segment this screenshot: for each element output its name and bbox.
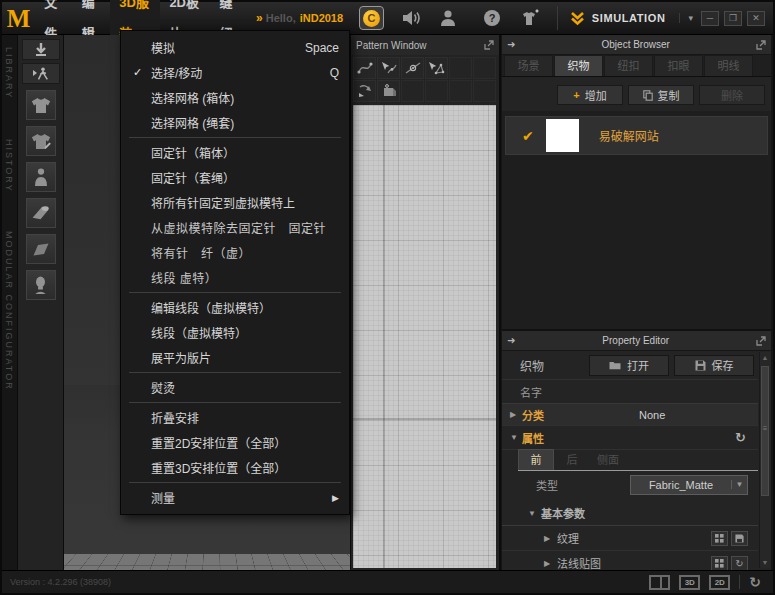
library-item-garment-2[interactable]: [26, 126, 56, 156]
tab-modular-configurator[interactable]: MODULAR CONFIGURATOR: [4, 231, 14, 391]
head-bust-icon: [33, 276, 48, 294]
greeting-chevrons: »: [256, 11, 263, 25]
tool-edit-curve-point[interactable]: [377, 57, 400, 79]
menu-item-select-mesh-box[interactable]: 选择网格 (箱体): [121, 85, 349, 110]
avatar-pose-button[interactable]: [22, 63, 60, 84]
library-item-avatar[interactable]: [26, 162, 56, 192]
popout-icon[interactable]: [756, 40, 766, 50]
properties-row[interactable]: ▼ 属性 ↻: [502, 426, 758, 450]
tool-edit-pattern[interactable]: [425, 57, 448, 79]
collapse-arrow-icon[interactable]: ▼: [510, 433, 522, 442]
open-button[interactable]: 打开: [589, 355, 669, 376]
username: iND2018: [300, 12, 343, 24]
texture-row[interactable]: ▶ 纹理: [502, 526, 758, 551]
category-row[interactable]: ▶ 分类 None: [502, 404, 758, 426]
tool-show-pattern[interactable]: [377, 80, 400, 102]
delete-button[interactable]: 删除: [699, 85, 765, 105]
library-item-garment[interactable]: [26, 90, 56, 120]
menu-item-pins-garbled[interactable]: 将有针 纤（虚）: [121, 240, 349, 265]
texture-save-button[interactable]: [731, 531, 748, 546]
simulation-dropdown-caret[interactable]: ▾: [679, 13, 701, 23]
property-scrollbar[interactable]: ▲ ≡ ▼: [759, 352, 770, 568]
menu-separator: [129, 402, 341, 403]
library-item-fabric-roll[interactable]: [26, 198, 56, 228]
menu-item-pin-lasso[interactable]: 固定针（套绳）: [121, 165, 349, 190]
collapse-arrow-icon[interactable]: ▼: [528, 509, 541, 518]
name-input[interactable]: [582, 384, 748, 400]
property-editor: ➜ Property Editor 织物 打开: [502, 329, 771, 570]
pattern-grid[interactable]: [353, 105, 496, 568]
save-button[interactable]: 保存: [674, 355, 754, 376]
simulation-control[interactable]: SIMULATION: [557, 6, 666, 30]
menu-item-pin-all-to-avatar[interactable]: 将所有针固定到虚拟模特上: [121, 190, 349, 215]
panel-arrow-icon[interactable]: ➜: [507, 335, 515, 346]
tab-scene[interactable]: 场景: [504, 55, 553, 76]
menu-item-measure[interactable]: 测量 ▶: [121, 485, 349, 510]
menu-item-edit-segment-avatar[interactable]: 编辑线段（虚拟模特）: [121, 295, 349, 320]
menu-item-iron[interactable]: 熨烫: [121, 375, 349, 400]
menu-item-remove-pins-from-avatar[interactable]: 从虚拟模特除去固定针 固定针: [121, 215, 349, 240]
refresh-icon[interactable]: ↻: [749, 574, 761, 590]
menu-item-segment-garbled[interactable]: 线段 虚特）: [121, 265, 349, 290]
expand-arrow-icon[interactable]: ▶: [544, 534, 557, 543]
menu-item-select-move[interactable]: ✓ 选择/移动Q: [121, 60, 349, 85]
cursor-curve-icon: [381, 61, 397, 75]
panel-arrow-icon[interactable]: ➜: [507, 39, 515, 50]
normal-map-label: 法线贴图: [557, 555, 711, 571]
scroll-down-icon[interactable]: ▼: [760, 559, 770, 566]
basic-params-row[interactable]: ▼ 基本参数: [502, 501, 758, 526]
object-browser-header: ➜ Object Browser: [502, 35, 771, 55]
menu-item-flatten-to-pattern[interactable]: 展平为版片: [121, 345, 349, 370]
menu-item-fold-arrangement[interactable]: 折叠安排: [121, 405, 349, 430]
coin-button[interactable]: C: [359, 6, 384, 30]
surface-tab-front[interactable]: 前: [518, 449, 554, 470]
library-item-fabric-fold[interactable]: [26, 234, 56, 264]
tool-add-point[interactable]: [401, 57, 424, 79]
menu-item-select-mesh-lasso[interactable]: 选择网格 (绳套): [121, 110, 349, 135]
tool-transform[interactable]: [353, 80, 376, 102]
tab-fabric[interactable]: 织物: [554, 55, 603, 76]
normal-map-grid-button[interactable]: [711, 556, 728, 571]
menu-item-simulate[interactable]: 模拟Space: [121, 35, 349, 60]
expand-arrow-icon[interactable]: ▶: [544, 559, 557, 568]
split-view-button[interactable]: [649, 575, 670, 590]
account-button[interactable]: [439, 6, 457, 30]
close-button[interactable]: ✕: [747, 11, 765, 26]
add-avatar-button[interactable]: [519, 6, 541, 30]
menu-item-pin-box[interactable]: 固定针（箱体）: [121, 140, 349, 165]
add-button[interactable]: + 增加: [557, 85, 623, 105]
fabric-list-item[interactable]: ✔ 易破解网站: [505, 116, 768, 155]
tab-library[interactable]: LIBRARY: [4, 47, 14, 99]
refresh-icon[interactable]: ↻: [735, 430, 746, 445]
copy-button[interactable]: 复制: [628, 85, 694, 105]
grid-icon: [715, 559, 724, 568]
type-dropdown[interactable]: Fabric_Matte ▼: [630, 475, 748, 495]
scroll-up-icon[interactable]: ▲: [760, 354, 770, 361]
view-2d-button[interactable]: 2D: [709, 575, 730, 590]
fabric-swatch[interactable]: [546, 119, 579, 152]
menu-item-reset-3d-arrangement[interactable]: 重置3D安排位置（全部）: [121, 455, 349, 480]
tab-topstitch[interactable]: 明线: [704, 55, 753, 76]
surface-tab-side[interactable]: 侧面: [590, 450, 626, 470]
sound-button[interactable]: [402, 6, 421, 30]
tab-button[interactable]: 纽扣: [604, 55, 653, 76]
tab-history[interactable]: HISTORY: [4, 139, 14, 193]
popout-icon[interactable]: [756, 336, 766, 346]
expand-arrow-icon[interactable]: ▶: [510, 410, 522, 419]
download-button[interactable]: [22, 39, 60, 60]
tab-buttonhole[interactable]: 扣眼: [654, 55, 703, 76]
minimize-button[interactable]: ─: [701, 11, 719, 26]
normal-map-refresh-button[interactable]: ↻: [731, 556, 748, 571]
folder-icon: [609, 360, 621, 370]
tool-edit-curve[interactable]: [353, 57, 376, 79]
popout-icon[interactable]: [484, 40, 494, 50]
maximize-button[interactable]: ❐: [724, 11, 742, 26]
library-item-head[interactable]: [26, 270, 56, 300]
help-button[interactable]: ?: [483, 6, 501, 30]
menu-item-reset-2d-arrangement[interactable]: 重置2D安排位置（全部）: [121, 430, 349, 455]
menu-item-segment-avatar[interactable]: 线段（虚拟模特）: [121, 320, 349, 345]
texture-grid-button[interactable]: [711, 531, 728, 546]
surface-tab-back[interactable]: 后: [554, 450, 590, 470]
view-3d-button[interactable]: 3D: [679, 575, 700, 590]
scroll-thumb[interactable]: ≡: [761, 366, 769, 496]
